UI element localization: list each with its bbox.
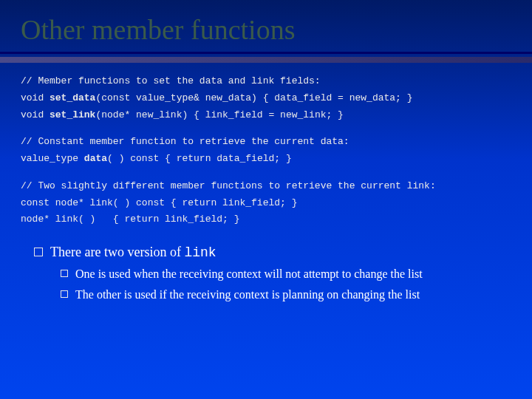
divider-line (0, 52, 532, 54)
bullet-main: There are two version of link One is use… (34, 243, 504, 302)
bullet-sub: The other is used if the receiving conte… (61, 287, 504, 303)
code-line: // Member functions to set the data and … (21, 75, 321, 86)
code-line: node* link( ) { return link_field; } (21, 214, 239, 225)
code-line: void set_data(const value_type& new_data… (21, 92, 413, 103)
code-line: // Constant member function to retrieve … (21, 136, 349, 147)
code-line: const node* link( ) const { return link_… (21, 197, 297, 208)
bullet-list: There are two version of link One is use… (21, 239, 511, 302)
code-line: // Two slightly different member functio… (21, 180, 436, 191)
code-line: void set_link(node* new_link) { link_fie… (21, 109, 344, 120)
code-block-setters: // Member functions to set the data and … (21, 73, 511, 123)
bullet-sub: One is used when the receiving context w… (61, 266, 504, 282)
divider-bar (0, 57, 532, 63)
inline-code: link (184, 245, 216, 260)
code-block-link: // Two slightly different member functio… (21, 178, 511, 228)
slide-title: Other member functions (0, 0, 532, 52)
code-line: value_type data( ) const { return data_f… (21, 153, 292, 164)
slide-content: // Member functions to set the data and … (0, 73, 532, 302)
code-block-data: // Constant member function to retrieve … (21, 134, 511, 168)
